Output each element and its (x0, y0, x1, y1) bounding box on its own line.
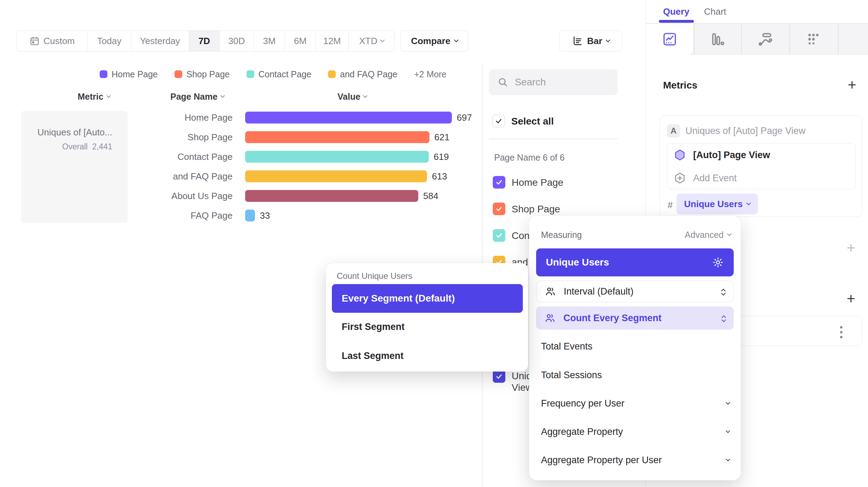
metric-overall: Overall 2,441 (21, 142, 112, 151)
tab-chart[interactable]: Chart (704, 6, 726, 17)
check-icon (495, 232, 503, 239)
check-icon (495, 178, 503, 186)
legend-item[interactable]: Contact Page (247, 69, 312, 79)
date-range-12m[interactable]: 12M (315, 31, 348, 51)
filter-section-label: Page Name 6 of 6 (494, 153, 565, 163)
checkbox-checked[interactable] (493, 229, 505, 242)
measure-dropdown[interactable]: Unique Users (676, 193, 758, 214)
tab-funnels[interactable] (710, 31, 725, 47)
add-metric-button[interactable]: + (848, 78, 856, 92)
measuring-header: Measuring (541, 230, 582, 240)
checkbox-checked[interactable] (493, 203, 505, 215)
search-icon (497, 77, 508, 88)
filter-item-home-page[interactable]: Home Page (493, 176, 563, 189)
bar-chart-icon (572, 35, 583, 47)
segment-selector[interactable]: Count Every Segment (536, 306, 734, 330)
date-range-today[interactable]: Today (87, 31, 131, 51)
column-header-metric[interactable]: Metric (78, 92, 110, 102)
check-icon (495, 117, 503, 125)
legend-swatch (247, 70, 254, 78)
add-filter-button[interactable]: + (847, 241, 855, 255)
compare-button[interactable]: Compare (400, 30, 468, 51)
legend-item[interactable]: and FAQ Page (328, 69, 397, 79)
option-frequency-per-user[interactable]: Frequency per User (541, 394, 734, 412)
chart-row: Contact Page 619 (133, 147, 449, 167)
bar-home-page[interactable] (245, 112, 452, 123)
option-total-sessions[interactable]: Total Sessions (541, 366, 734, 384)
row-label: Contact Page (133, 151, 233, 162)
bar-value: 619 (434, 151, 449, 162)
segment-dropdown: Count Unique Users Every Segment (Defaul… (326, 263, 528, 372)
tab-retention[interactable] (806, 31, 821, 47)
option-first-segment[interactable]: First Segment (342, 318, 517, 335)
search-placeholder: Search (515, 77, 546, 88)
date-range-6m[interactable]: 6M (285, 31, 315, 51)
option-every-segment[interactable]: Every Segment (Default) (332, 284, 523, 313)
bar-about-us-page[interactable] (245, 190, 418, 202)
add-breakdown-button[interactable]: + (847, 291, 855, 306)
checkbox-checked[interactable] (493, 176, 505, 189)
chevron-down-icon (106, 93, 111, 98)
divider (489, 139, 618, 139)
users-icon (545, 312, 556, 324)
legend-item[interactable]: Shop Page (175, 69, 230, 79)
tab-flows[interactable] (757, 31, 773, 47)
legend-more[interactable]: +2 More (414, 69, 446, 79)
option-aggregate-property[interactable]: Aggregate Property (541, 423, 734, 441)
chevron-down-icon (606, 38, 610, 42)
chart-row: Home Page 697 (133, 108, 472, 127)
advanced-toggle[interactable]: Advanced (685, 230, 731, 240)
retention-icon (806, 31, 821, 47)
bar-faq-page[interactable] (245, 210, 255, 221)
bar-shop-page[interactable] (245, 131, 429, 143)
gear-icon[interactable] (712, 256, 724, 268)
metric-card-title: Uniques of [Auto] Page View (685, 126, 805, 136)
check-icon (495, 205, 503, 213)
search-input[interactable]: Search (489, 69, 618, 95)
chart-row: FAQ Page 33 (133, 206, 270, 225)
filter-item-shop-page[interactable]: Shop Page (493, 203, 560, 215)
metric-card[interactable]: A Uniques of [Auto] Page View [Auto] Pag… (660, 115, 862, 217)
option-total-events[interactable]: Total Events (541, 337, 734, 355)
column-header-value[interactable]: Value (337, 92, 367, 102)
date-range-custom[interactable]: Custom (17, 31, 87, 51)
date-range-3m[interactable]: 3M (254, 31, 285, 51)
select-all-checkbox[interactable] (492, 115, 505, 127)
date-range-xtd[interactable]: XTD (348, 31, 394, 51)
event-block: [Auto] Page View Add Event (667, 143, 856, 189)
chart-row: About Us Page 584 (133, 186, 438, 206)
option-last-segment[interactable]: Last Segment (342, 347, 517, 364)
tab-insights[interactable] (646, 24, 694, 55)
option-unique-users[interactable]: Unique Users (536, 248, 734, 276)
select-all-row[interactable]: Select all (492, 115, 554, 127)
chart-type-button[interactable]: Bar (559, 30, 622, 51)
metric-cell[interactable]: Uniques of [Auto... Overall 2,441 (21, 111, 128, 223)
stepper-icon (722, 288, 725, 295)
add-event-icon (674, 172, 686, 184)
interval-selector[interactable]: Interval (Default) (536, 281, 734, 302)
date-range-7d[interactable]: 7D (189, 31, 219, 51)
row-label: Home Page (133, 112, 233, 123)
event-row[interactable]: [Auto] Page View (667, 143, 855, 167)
kebab-menu-icon[interactable] (840, 326, 842, 338)
legend-swatch (100, 70, 107, 78)
active-tab-indicator (659, 20, 694, 23)
date-range-30d[interactable]: 30D (219, 31, 254, 51)
date-range-yesterday[interactable]: Yesterday (131, 31, 189, 51)
bar-value: 33 (260, 210, 270, 221)
chart-row: and FAQ Page 613 (133, 167, 447, 186)
bar-and-faq-page[interactable] (245, 170, 427, 182)
row-label: FAQ Page (133, 210, 233, 221)
bar-value: 697 (457, 112, 472, 123)
tab-query[interactable]: Query (663, 6, 689, 17)
option-aggregate-property-per-user[interactable]: Aggregate Property per User (541, 451, 734, 469)
insights-icon (662, 31, 677, 47)
checkbox-checked[interactable] (493, 370, 505, 383)
legend-item[interactable]: Home Page (100, 69, 158, 79)
date-range-toolbar: Custom Today Yesterday 7D 30D 3M 6M 12M … (16, 30, 395, 51)
bar-value: 613 (432, 171, 447, 182)
column-header-page-name[interactable]: Page Name (170, 92, 224, 102)
bar-contact-page[interactable] (245, 151, 429, 163)
chevron-down-icon (454, 38, 458, 42)
add-event-row[interactable]: Add Event (667, 167, 855, 190)
